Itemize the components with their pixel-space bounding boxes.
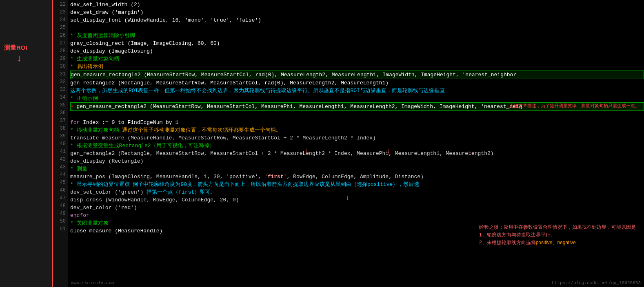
code-line-45: * 显示寻到的边界位置点 例子中轮廓线角度为90度，箭头方向是自下而上，所以沿着…: [70, 181, 644, 188]
code-line-26: * 灰度值闭运算消除小引脚: [70, 32, 644, 40]
sidebar-left: 测量ROI ↓: [0, 0, 53, 287]
code-line-34: * 正确示例: [70, 95, 644, 102]
code-line-50: * 关闭测量对象: [70, 219, 644, 227]
watermark: www.skcircle.com: [71, 280, 114, 285]
code-line-48: dev_set_color ('red'): [70, 204, 644, 212]
exp-item2: 2、未根据轮廓线方向选择positive、negative: [479, 239, 636, 246]
code-line-31: gen_measure_rectangle2 (MeasureStartRow,…: [70, 71, 644, 79]
code-line-43: * 测量: [70, 165, 644, 173]
code-line-46: dev_set_color ('green') 择第一个点（first）即可。: [70, 188, 644, 196]
code-line-28: dev_display (ImageClosing): [70, 47, 644, 55]
roi-label: 测量ROI: [4, 44, 27, 52]
code-line-27: gray_closing_rect (Image, ImageClosing, …: [70, 40, 644, 47]
roi-arrow: ↓: [16, 53, 22, 64]
code-line-39: translate_measure (MeasureHandle, Measur…: [70, 134, 644, 142]
code-line-47: disp_cross (WindowHandle, RowEdge, Colum…: [70, 196, 644, 204]
code-line-42: dev_display (Rectangle): [70, 157, 644, 165]
code-line-35: ● gen_measure_rectangle2 (MeasureStartRo…: [70, 102, 644, 111]
code-line-32: gen_rectangle2 (Rectangle, MeasureStartR…: [70, 79, 644, 87]
code-line-38: * 移动测量对象句柄 通过这个算子移动测量对象位置，不需每次循环都要生成一个句柄…: [70, 126, 644, 134]
code-line-22: dev_set_line_width (2): [70, 1, 644, 9]
line-numbers: 22 23 24 25 26 27 28 29 30 31 32 33 34 3…: [53, 0, 68, 287]
code-line-33: 这两个示例，虽然生成的ROI表征一样，但第一种始终不会找到边界，因为其轮廓线与待…: [70, 87, 644, 95]
code-line-23: dev_set_draw ('margin'): [70, 9, 644, 16]
code-line-29: * 生成测量对象句柄: [70, 55, 644, 63]
code-line-37: for Index := 0 to FindEdgeNum by 1: [70, 119, 644, 126]
code-line-36: [70, 111, 644, 119]
code-line-30: * 易出错示例: [70, 63, 644, 71]
code-line-24: set_display_font (WindowHandle, 16, 'mon…: [70, 16, 644, 24]
code-line-49: endfor: [70, 212, 644, 219]
code-line-41: gen_rectangle2 (Rectangle, MeasureStartR…: [70, 150, 644, 157]
code-line-51: close_measure (MeasureHandle): [70, 227, 644, 235]
code-line-40: * 根据测量变量生成Rectangle2（用于可视化，可注释掉）: [70, 142, 644, 150]
code-line-44: measure_pos (ImageClosing, MeasureHandle…: [70, 173, 644, 181]
editor-window: 测量ROI ↓ 22 23 24 25 26 27 28 29 30 31 32…: [0, 0, 644, 287]
code-area[interactable]: dev_set_line_width (2) dev_set_draw ('ma…: [68, 0, 644, 287]
url-link: https://blog.csdn.net/qq_18620653: [552, 280, 641, 285]
editor-wrapper[interactable]: 22 23 24 25 26 27 28 29 30 31 32 33 34 3…: [53, 0, 644, 287]
code-line-25: [70, 24, 644, 32]
